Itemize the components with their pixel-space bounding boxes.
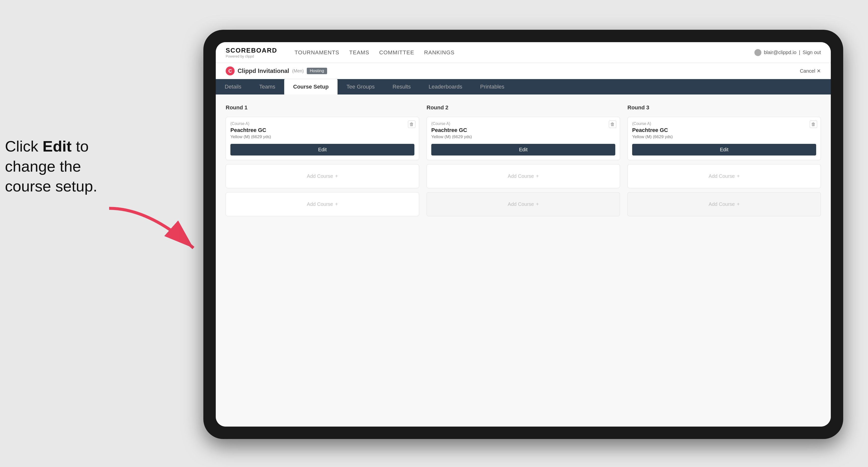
- bold-edit: Edit: [43, 138, 72, 155]
- arrow-icon: [104, 204, 208, 258]
- tab-results[interactable]: Results: [384, 79, 420, 94]
- round-1-add-course-2-label: Add Course: [307, 201, 333, 207]
- round-3-edit-button[interactable]: Edit: [632, 144, 816, 156]
- round-2-delete-button[interactable]: 🗑: [609, 121, 616, 128]
- round-1-add-course-1-label: Add Course: [307, 174, 333, 179]
- round-2-course-card: (Course A) Peachtree GC Yellow (M) (6629…: [427, 117, 620, 160]
- round-3-course-id: (Course A): [632, 122, 816, 126]
- tab-course-setup[interactable]: Course Setup: [284, 79, 338, 94]
- hosting-badge: Hosting: [307, 68, 327, 74]
- round-2-course-details: Yellow (M) (6629 yds): [431, 134, 615, 139]
- round-3-title: Round 3: [627, 104, 821, 111]
- nav-tournaments[interactable]: TOURNAMENTS: [294, 49, 340, 56]
- user-email: blair@clippd.io: [764, 50, 796, 55]
- round-2-column: Round 2 (Course A) Peachtree GC Yellow (…: [427, 104, 620, 216]
- round-2-add-icon-1: +: [536, 174, 539, 179]
- round-1-course-id: (Course A): [230, 122, 414, 126]
- round-1-add-icon-2: +: [335, 201, 338, 207]
- tab-bar: Details Teams Course Setup Tee Groups Re…: [216, 79, 831, 94]
- round-3-course-name: Peachtree GC: [632, 127, 816, 133]
- round-1-course-name: Peachtree GC: [230, 127, 414, 133]
- nav-rankings[interactable]: RANKINGS: [424, 49, 455, 56]
- round-1-title: Round 1: [226, 104, 419, 111]
- round-3-add-course-1[interactable]: Add Course +: [627, 164, 821, 188]
- round-3-add-course-2: Add Course +: [627, 192, 821, 216]
- nav-links: TOURNAMENTS TEAMS COMMITTEE RANKINGS: [294, 49, 455, 56]
- rounds-grid: Round 1 (Course A) Peachtree GC Yellow (…: [226, 104, 821, 216]
- round-1-add-course-1[interactable]: Add Course +: [226, 164, 419, 188]
- brand-title: SCOREBOARD: [226, 46, 277, 54]
- tab-tee-groups[interactable]: Tee Groups: [338, 79, 384, 94]
- round-1-edit-button[interactable]: Edit: [230, 144, 414, 156]
- instruction-text: Click Edit to change the course setup.: [5, 136, 129, 196]
- brand: SCOREBOARD Powered by clippd: [226, 46, 277, 58]
- round-1-delete-button[interactable]: 🗑: [408, 121, 415, 128]
- round-1-course-details: Yellow (M) (6629 yds): [230, 134, 414, 139]
- round-3-course-card: (Course A) Peachtree GC Yellow (M) (6629…: [627, 117, 821, 160]
- round-1-course-card: (Course A) Peachtree GC Yellow (M) (6629…: [226, 117, 419, 160]
- divider: |: [799, 50, 800, 55]
- round-1-add-course-2[interactable]: Add Course +: [226, 192, 419, 216]
- round-2-add-course-2-label: Add Course: [508, 201, 534, 207]
- sign-out-link[interactable]: Sign out: [803, 50, 821, 55]
- round-1-add-icon-1: +: [335, 174, 338, 179]
- user-area: blair@clippd.io | Sign out: [754, 49, 821, 56]
- round-3-add-icon-1: +: [737, 174, 740, 179]
- c-logo: C: [226, 66, 235, 75]
- round-3-column: Round 3 (Course A) Peachtree GC Yellow (…: [627, 104, 821, 216]
- round-1-column: Round 1 (Course A) Peachtree GC Yellow (…: [226, 104, 419, 216]
- tab-teams[interactable]: Teams: [250, 79, 284, 94]
- round-3-course-details: Yellow (M) (6629 yds): [632, 134, 816, 139]
- scene: Click Edit to change the course setup. S…: [0, 0, 868, 467]
- tablet-bezel: SCOREBOARD Powered by clippd TOURNAMENTS…: [204, 30, 843, 439]
- user-avatar: [754, 49, 762, 56]
- round-2-add-course-2: Add Course +: [427, 192, 620, 216]
- round-3-delete-button[interactable]: 🗑: [810, 121, 817, 128]
- cancel-button[interactable]: Cancel ✕: [800, 68, 821, 74]
- brand-sub: Powered by clippd: [226, 54, 277, 58]
- round-2-course-id: (Course A): [431, 122, 615, 126]
- nav-committee[interactable]: COMMITTEE: [379, 49, 414, 56]
- round-2-add-icon-2: +: [536, 201, 539, 207]
- tournament-gender: (Men): [292, 68, 304, 74]
- round-3-add-course-1-label: Add Course: [709, 174, 735, 179]
- round-3-add-icon-2: +: [737, 201, 740, 207]
- tourney-info: C Clippd Invitational (Men) Hosting: [226, 66, 327, 75]
- tab-printables[interactable]: Printables: [471, 79, 514, 94]
- round-2-title: Round 2: [427, 104, 620, 111]
- round-3-add-course-2-label: Add Course: [709, 201, 735, 207]
- sub-header: C Clippd Invitational (Men) Hosting Canc…: [216, 63, 831, 79]
- round-2-course-name: Peachtree GC: [431, 127, 615, 133]
- tab-details[interactable]: Details: [216, 79, 250, 94]
- tablet-screen: SCOREBOARD Powered by clippd TOURNAMENTS…: [216, 42, 831, 427]
- round-2-add-course-1-label: Add Course: [508, 174, 534, 179]
- tab-leaderboards[interactable]: Leaderboards: [420, 79, 471, 94]
- nav-teams[interactable]: TEAMS: [349, 49, 369, 56]
- round-2-edit-button[interactable]: Edit: [431, 144, 615, 156]
- tournament-name: Clippd Invitational: [238, 67, 289, 74]
- top-nav: SCOREBOARD Powered by clippd TOURNAMENTS…: [216, 42, 831, 63]
- round-2-add-course-1[interactable]: Add Course +: [427, 164, 620, 188]
- main-content: Round 1 (Course A) Peachtree GC Yellow (…: [216, 94, 831, 427]
